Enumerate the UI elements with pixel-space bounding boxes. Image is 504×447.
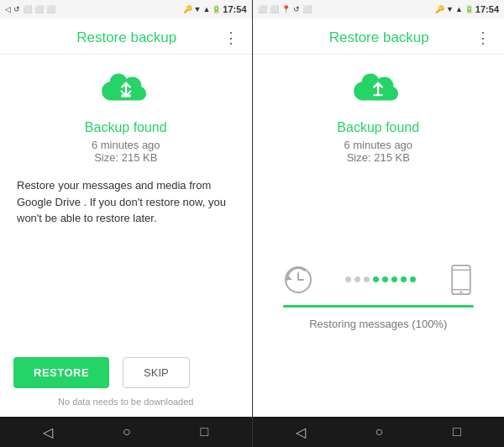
dot-4 (373, 276, 379, 282)
left-home-button[interactable]: ○ (123, 424, 131, 439)
left-menu-button[interactable]: ⋮ (223, 29, 239, 47)
square5-icon: ⬜ (302, 5, 312, 13)
square2-icon: ⬜ (46, 5, 55, 13)
right-backup-time: 6 minutes ago (344, 139, 412, 151)
left-status-icons: ◁ ↺ ⬜ ⬜ ⬜ (5, 5, 55, 13)
left-app-title: Restore backup (30, 29, 223, 46)
left-backup-time: 6 minutes ago (92, 139, 160, 151)
right-backup-found-label: Backup found (337, 120, 419, 135)
signal-bars: ▼ (194, 5, 202, 13)
left-cloud-icon (99, 71, 153, 113)
phone-device-icon (449, 265, 474, 295)
left-phone: ◁ ↺ ⬜ ⬜ ⬜ 🔑 ▼ ▲ 🔋 17:54 Restore backup ⋮ (0, 0, 253, 417)
dot-3 (364, 276, 370, 282)
battery-icon: 🔋 (212, 5, 221, 13)
svg-marker-4 (287, 275, 292, 280)
square4-icon: ⬜ (270, 5, 279, 13)
right-app-title: Restore backup (283, 29, 476, 46)
svg-point-8 (460, 291, 463, 293)
left-status-right: 🔑 ▼ ▲ 🔋 17:54 (183, 4, 247, 14)
right-home-button[interactable]: ○ (375, 424, 384, 439)
right-app-bar: Restore backup ⋮ (253, 18, 505, 55)
key-icon: 🔑 (183, 5, 192, 13)
dot-6 (391, 276, 397, 282)
wifi2-icon: ▲ (455, 5, 463, 13)
left-content: Backup found 6 minutes ago Size: 215 KB … (0, 55, 252, 344)
battery2-icon: 🔋 (465, 5, 474, 13)
right-recent-button[interactable]: □ (453, 424, 461, 439)
right-nav: ◁ ○ □ (253, 417, 505, 447)
time-display: 17:54 (223, 4, 246, 14)
left-backup-found-label: Backup found (85, 120, 167, 135)
left-backup-size: Size: 215 KB (94, 151, 157, 164)
dot-7 (401, 276, 407, 282)
right-status-icons: ⬜ ⬜ 📍 ↺ ⬜ (258, 5, 312, 13)
signal-icon: ◁ (5, 5, 11, 13)
transfer-animation-row (283, 265, 475, 295)
left-nav: ◁ ○ □ (0, 417, 253, 447)
left-status-bar: ◁ ↺ ⬜ ⬜ ⬜ 🔑 ▼ ▲ 🔋 17:54 (0, 0, 252, 18)
camera-icon: ⬜ (23, 5, 32, 13)
time2-display: 17:54 (475, 4, 499, 14)
refresh-icon: ↺ (13, 5, 20, 13)
square3-icon: ⬜ (258, 5, 267, 13)
restoring-text: Restoring messages (100%) (309, 318, 447, 330)
square-icon: ⬜ (34, 5, 44, 13)
restore-button[interactable]: RESTORE (13, 357, 109, 388)
dot-5 (382, 276, 388, 282)
history-icon (283, 265, 313, 295)
signal2-bars: ▼ (446, 5, 454, 13)
left-button-area: RESTORE SKIP (0, 344, 252, 392)
wifi-icon: ▲ (202, 5, 210, 13)
right-menu-button[interactable]: ⋮ (475, 29, 491, 47)
left-recent-button[interactable]: □ (200, 424, 208, 439)
right-status-right: 🔑 ▼ ▲ 🔋 17:54 (435, 4, 499, 14)
left-restore-message: Restore your messages and media from Goo… (13, 177, 239, 227)
progress-dots (320, 276, 443, 282)
bottom-navigation: ◁ ○ □ ◁ ○ □ (0, 417, 504, 447)
right-content: Backup found 6 minutes ago Size: 215 KB (253, 55, 505, 417)
progress-bar-container (283, 305, 475, 308)
no-download-text: No data needs to be downloaded (0, 392, 252, 417)
left-app-bar: Restore backup ⋮ (0, 18, 252, 55)
dot-1 (345, 276, 351, 282)
left-back-button[interactable]: ◁ (43, 424, 53, 440)
right-status-bar: ⬜ ⬜ 📍 ↺ ⬜ 🔑 ▼ ▲ 🔋 17:54 (253, 0, 505, 18)
right-cloud-icon (351, 71, 405, 113)
right-backup-size: Size: 215 KB (347, 151, 410, 164)
right-phone: ⬜ ⬜ 📍 ↺ ⬜ 🔑 ▼ ▲ 🔋 17:54 Restore backup ⋮ (253, 0, 505, 417)
progress-bar-fill (283, 305, 475, 308)
location-icon: 📍 (281, 5, 291, 13)
skip-button[interactable]: SKIP (123, 357, 190, 388)
refresh2-icon: ↺ (293, 5, 300, 13)
right-progress-area: Restoring messages (100%) (266, 177, 491, 417)
dot-8 (410, 276, 416, 282)
right-back-button[interactable]: ◁ (296, 424, 306, 440)
key2-icon: 🔑 (435, 5, 444, 13)
dot-2 (354, 276, 360, 282)
